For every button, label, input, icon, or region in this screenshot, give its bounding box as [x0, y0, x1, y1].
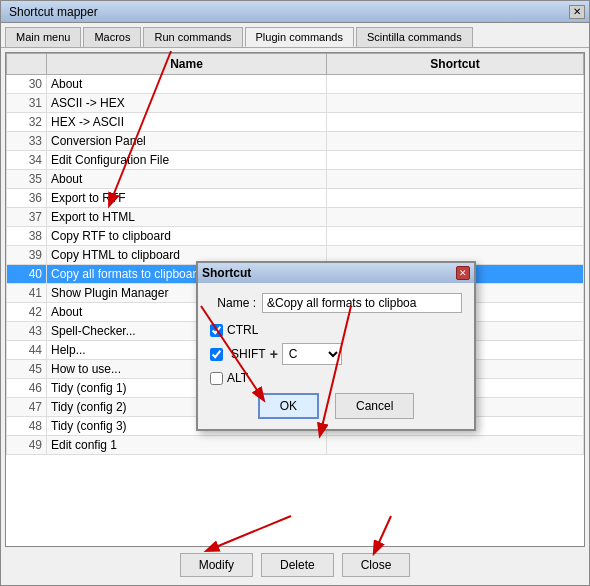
row-name: Export to HTML — [47, 208, 327, 227]
row-shortcut — [327, 75, 584, 94]
cancel-button[interactable]: Cancel — [335, 393, 414, 419]
row-name: Copy RTF to clipboard — [47, 227, 327, 246]
row-num: 31 — [7, 94, 47, 113]
row-num: 32 — [7, 113, 47, 132]
titlebar: Shortcut mapper ✕ — [1, 1, 589, 23]
row-num: 30 — [7, 75, 47, 94]
row-num: 42 — [7, 303, 47, 322]
table-row[interactable]: 32 HEX -> ASCII — [7, 113, 584, 132]
row-num: 48 — [7, 417, 47, 436]
name-value: &Copy all formats to clipboa — [262, 293, 462, 313]
col-num — [7, 54, 47, 75]
row-num: 43 — [7, 322, 47, 341]
row-shortcut — [327, 170, 584, 189]
table-row[interactable]: 34 Edit Configuration File — [7, 151, 584, 170]
tabs-bar: Main menuMacrosRun commandsPlugin comman… — [1, 23, 589, 48]
shortcut-modal: Shortcut ✕ Name : &Copy all formats to c… — [196, 261, 476, 431]
row-num: 41 — [7, 284, 47, 303]
row-name: Export to RTF — [47, 189, 327, 208]
row-num: 45 — [7, 360, 47, 379]
delete-button[interactable]: Delete — [261, 553, 334, 577]
col-shortcut: Shortcut — [327, 54, 584, 75]
window-title: Shortcut mapper — [5, 5, 98, 19]
row-num: 44 — [7, 341, 47, 360]
bottom-bar: Modify Delete Close — [5, 547, 585, 581]
table-row[interactable]: 35 About — [7, 170, 584, 189]
tab-macros[interactable]: Macros — [83, 27, 141, 47]
row-shortcut — [327, 227, 584, 246]
tab-plugin-commands[interactable]: Plugin commands — [245, 27, 354, 47]
alt-label: ALT — [227, 371, 248, 385]
row-num: 35 — [7, 170, 47, 189]
row-name: Edit config 1 — [47, 436, 327, 455]
row-shortcut — [327, 208, 584, 227]
row-name: About — [47, 170, 327, 189]
shift-checkbox[interactable] — [210, 348, 223, 361]
modal-title: Shortcut — [202, 266, 251, 280]
modal-buttons: OK Cancel — [210, 393, 462, 419]
row-name: HEX -> ASCII — [47, 113, 327, 132]
ok-button[interactable]: OK — [258, 393, 319, 419]
table-row[interactable]: 31 ASCII -> HEX — [7, 94, 584, 113]
row-num: 39 — [7, 246, 47, 265]
shift-label: SHIFT — [231, 347, 266, 361]
row-shortcut — [327, 189, 584, 208]
window-close-button[interactable]: ✕ — [569, 5, 585, 19]
tab-main-menu[interactable]: Main menu — [5, 27, 81, 47]
modify-button[interactable]: Modify — [180, 553, 253, 577]
row-shortcut — [327, 436, 584, 455]
alt-checkbox[interactable] — [210, 372, 223, 385]
modal-body: Name : &Copy all formats to clipboa CTRL… — [198, 283, 474, 429]
ctrl-checkbox[interactable] — [210, 324, 223, 337]
table-row[interactable]: 49 Edit config 1 — [7, 436, 584, 455]
row-num: 49 — [7, 436, 47, 455]
table-row[interactable]: 38 Copy RTF to clipboard — [7, 227, 584, 246]
row-name: ASCII -> HEX — [47, 94, 327, 113]
row-num: 40 — [7, 265, 47, 284]
tab-scintilla-commands[interactable]: Scintilla commands — [356, 27, 473, 47]
name-label: Name : — [210, 296, 256, 310]
modal-name-row: Name : &Copy all formats to clipboa — [210, 293, 462, 313]
row-num: 37 — [7, 208, 47, 227]
row-shortcut — [327, 113, 584, 132]
row-num: 38 — [7, 227, 47, 246]
table-row[interactable]: 30 About — [7, 75, 584, 94]
shift-key-row: SHIFT + C A B D — [210, 343, 462, 365]
main-window: Shortcut mapper ✕ Main menuMacrosRun com… — [0, 0, 590, 586]
row-name: Conversion Panel — [47, 132, 327, 151]
table-row[interactable]: 37 Export to HTML — [7, 208, 584, 227]
row-name: About — [47, 75, 327, 94]
table-row[interactable]: 36 Export to RTF — [7, 189, 584, 208]
key-dropdown[interactable]: C A B D — [282, 343, 342, 365]
table-row[interactable]: 33 Conversion Panel — [7, 132, 584, 151]
col-name: Name — [47, 54, 327, 75]
tab-run-commands[interactable]: Run commands — [143, 27, 242, 47]
row-name: Edit Configuration File — [47, 151, 327, 170]
row-num: 46 — [7, 379, 47, 398]
alt-row: ALT — [210, 371, 462, 385]
ctrl-label: CTRL — [227, 323, 258, 337]
row-num: 33 — [7, 132, 47, 151]
plus-sign-1: + — [270, 346, 278, 362]
modal-close-button[interactable]: ✕ — [456, 266, 470, 280]
close-button[interactable]: Close — [342, 553, 411, 577]
row-shortcut — [327, 94, 584, 113]
row-shortcut — [327, 151, 584, 170]
row-num: 34 — [7, 151, 47, 170]
modal-titlebar: Shortcut ✕ — [198, 263, 474, 283]
row-shortcut — [327, 132, 584, 151]
row-num: 47 — [7, 398, 47, 417]
row-num: 36 — [7, 189, 47, 208]
ctrl-row: CTRL — [210, 323, 462, 337]
